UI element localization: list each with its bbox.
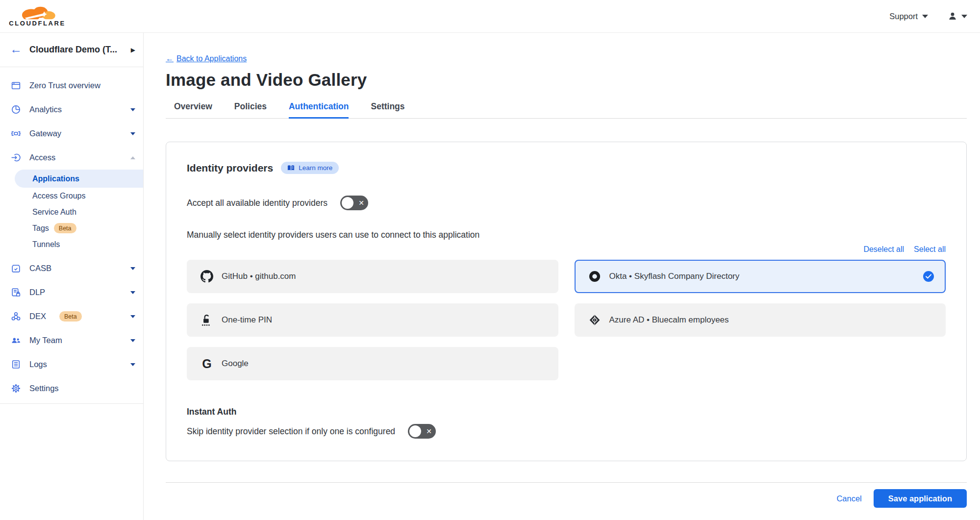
sidebar-item-tunnels[interactable]: Tunnels (0, 236, 143, 252)
tab-settings[interactable]: Settings (371, 101, 404, 119)
sidebar-item-dex[interactable]: DEX Beta (0, 304, 143, 328)
gear-icon (11, 383, 21, 394)
provider-name: One-time PIN (222, 315, 272, 325)
sidebar-item-analytics[interactable]: Analytics (0, 98, 143, 122)
selected-check-icon (923, 271, 934, 282)
support-label: Support (889, 12, 918, 21)
toggle-x-icon: ✕ (358, 199, 364, 206)
providers-grid: GitHub • github.com Okta • Skyflash Comp… (187, 260, 946, 380)
deselect-all-link[interactable]: Deselect all (863, 245, 904, 254)
account-switcher-chevron-icon[interactable]: ▶ (131, 47, 135, 53)
provider-option-google[interactable]: G Google (187, 347, 558, 380)
user-menu[interactable] (948, 11, 967, 21)
sidebar-item-gateway[interactable]: Gateway (0, 122, 143, 146)
footer-actions: Cancel Save application (166, 489, 967, 508)
learn-more-badge[interactable]: Learn more (281, 162, 339, 174)
beta-badge: Beta (59, 311, 82, 322)
tab-overview[interactable]: Overview (174, 101, 212, 119)
skip-selection-label: Skip identity provider selection if only… (187, 426, 395, 437)
logs-icon (11, 359, 21, 370)
sidebar-item-applications[interactable]: Applications (15, 170, 143, 188)
accept-all-label: Accept all available identity providers (187, 198, 327, 208)
book-icon (287, 165, 295, 172)
chevron-up-icon (130, 156, 135, 159)
chevron-down-icon (130, 315, 135, 318)
sidebar-item-logs[interactable]: Logs (0, 352, 143, 376)
azure-ad-icon (587, 314, 602, 326)
save-application-button[interactable]: Save application (874, 489, 967, 508)
instant-auth-toggle[interactable]: ✕ (408, 424, 436, 439)
gateway-icon (11, 128, 21, 139)
provider-name: Azure AD • Bluecalm employees (609, 315, 729, 325)
sidebar-item-tags[interactable]: Tags Beta (0, 220, 143, 236)
main-content: ← Back to Applications Image and Video G… (144, 33, 980, 520)
team-icon (11, 335, 21, 346)
cloudflare-logo[interactable]: CLOUDFLARE (7, 5, 68, 27)
cluster-icon (11, 311, 21, 322)
accept-all-toggle[interactable]: ✕ (340, 196, 368, 210)
okta-icon (587, 270, 602, 283)
toggle-knob (409, 425, 421, 437)
chevron-down-icon (130, 132, 135, 135)
page-title: Image and Video Gallery (166, 70, 967, 90)
cloudflare-wordmark: CLOUDFLARE (9, 20, 66, 27)
casb-icon (11, 263, 21, 273)
github-icon (200, 270, 214, 283)
chevron-down-icon (130, 267, 135, 270)
tab-authentication[interactable]: Authentication (289, 101, 349, 119)
provider-name: Google (222, 359, 249, 369)
footer-divider (166, 482, 967, 483)
sidebar-item-access-groups[interactable]: Access Groups (0, 188, 143, 204)
access-icon (11, 152, 21, 163)
back-arrow-icon: ← (166, 54, 174, 63)
document-lock-icon (11, 287, 21, 297)
sidebar-item-dlp[interactable]: DLP (0, 280, 143, 304)
tab-policies[interactable]: Policies (234, 101, 267, 119)
sidebar-item-casb[interactable]: CASB (0, 256, 143, 280)
chevron-down-icon (922, 15, 928, 18)
toggle-knob (342, 197, 353, 209)
select-all-link[interactable]: Select all (914, 245, 946, 254)
tab-bar: Overview Policies Authentication Setting… (166, 101, 967, 119)
sidebar-account-header: ← Cloudflare Demo (T... ▶ (0, 33, 143, 67)
instant-auth-title: Instant Auth (187, 407, 946, 417)
sidebar-nav: Zero Trust overview Analytics Gateway (0, 67, 143, 404)
user-icon (948, 11, 957, 21)
cancel-button[interactable]: Cancel (836, 494, 861, 503)
pie-chart-icon (11, 104, 21, 115)
provider-option-github[interactable]: GitHub • github.com (187, 260, 558, 293)
beta-badge: Beta (54, 223, 76, 234)
account-name: Cloudflare Demo (T... (29, 45, 124, 55)
sidebar-item-settings[interactable]: Settings (0, 376, 143, 400)
provider-name: Okta • Skyflash Company Directory (609, 272, 740, 281)
provider-option-azure-ad[interactable]: Azure AD • Bluecalm employees (575, 303, 946, 337)
back-to-applications-link[interactable]: ← Back to Applications (166, 54, 247, 63)
chevron-down-icon (130, 291, 135, 294)
support-menu[interactable]: Support (889, 12, 928, 21)
topbar: CLOUDFLARE Support (0, 0, 980, 33)
access-subnav: Applications Access Groups Service Auth … (0, 170, 143, 252)
sidebar-item-access[interactable]: Access (0, 146, 143, 170)
chevron-down-icon (130, 339, 135, 342)
sidebar: ← Cloudflare Demo (T... ▶ Zero Trust ove… (0, 33, 144, 520)
window-icon (11, 80, 21, 91)
chevron-down-icon (130, 363, 135, 366)
manual-select-label: Manually select identity providers users… (187, 230, 946, 240)
provider-option-one-time-pin[interactable]: One-time PIN (187, 303, 558, 337)
sidebar-item-zero-trust-overview[interactable]: Zero Trust overview (0, 74, 143, 98)
provider-option-okta[interactable]: Okta • Skyflash Company Directory (575, 260, 946, 293)
chevron-down-icon (130, 108, 135, 111)
sidebar-divider (0, 403, 143, 404)
toggle-x-icon: ✕ (426, 428, 432, 435)
sidebar-item-my-team[interactable]: My Team (0, 328, 143, 352)
sidebar-back-arrow-icon[interactable]: ← (10, 43, 22, 55)
identity-providers-card: Identity providers Learn more Accept all… (166, 142, 967, 461)
card-title: Identity providers (187, 162, 273, 174)
cloudflare-cloud-icon (16, 5, 58, 21)
chevron-down-icon (961, 15, 967, 18)
provider-name: GitHub • github.com (222, 272, 296, 281)
google-icon: G (200, 358, 214, 370)
one-time-pin-icon (200, 314, 214, 326)
sidebar-item-service-auth[interactable]: Service Auth (0, 204, 143, 220)
